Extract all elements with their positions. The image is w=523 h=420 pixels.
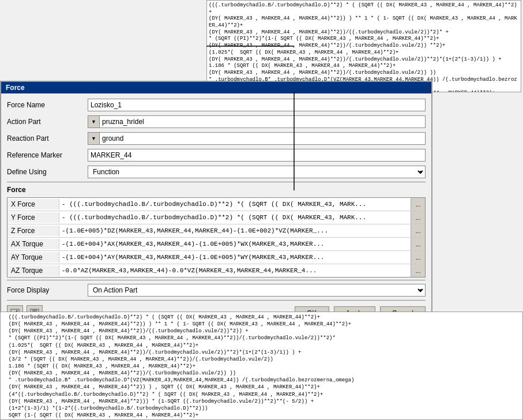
reaction-part-label: Reaction Part [7, 134, 88, 142]
ay-torque-edit-btn[interactable]: ... [411, 251, 425, 264]
z-force-edit-btn[interactable]: ... [411, 224, 425, 237]
dialog-title-text: Force [6, 84, 25, 92]
reaction-part-input[interactable] [99, 132, 426, 145]
ax-torque-label: AX Torque [7, 239, 59, 249]
az-torque-row: AZ Torque -0.0*AZ(MARKER_43,MARKER_44)-0… [7, 264, 425, 277]
define-using-label: Define Using [7, 168, 88, 176]
reference-marker-row: Reference Marker [7, 148, 426, 162]
force-display-select[interactable]: On Action Part On Reaction Part None [88, 284, 426, 297]
action-part-input[interactable] [99, 115, 426, 128]
az-torque-edit-btn[interactable]: ... [411, 264, 425, 277]
force-fields-table: X Force - (((.turbodmychadlo.B/.turbodmy… [7, 197, 426, 278]
y-force-edit-btn[interactable]: ... [411, 211, 425, 224]
action-part-row: Action Part ▼ [7, 115, 426, 129]
force-name-input[interactable] [88, 99, 426, 111]
x-force-value: - (((.turbodmychadlo.B/.turbodmychadlo.D… [59, 200, 411, 209]
define-using-select[interactable]: Function Spline User Subroutine [88, 166, 426, 178]
reaction-part-container: ▼ [88, 132, 426, 145]
force-display-divider [7, 280, 426, 280]
force-section-label: Force [7, 186, 26, 194]
force-name-label: Force Name [7, 101, 88, 109]
z-force-label: Z Force [7, 226, 59, 236]
reaction-part-row: Reaction Part ▼ [7, 132, 426, 145]
dialog-title: Force [1, 82, 431, 93]
force-dialog: Force Force Name Action Part ▼ Reaction … [0, 81, 432, 329]
ax-torque-value: -(1.0E+004)*AX(MARKER_43,MARKER_44)-(1.0… [59, 239, 411, 249]
x-force-label: X Force [7, 199, 59, 209]
force-name-row: Force Name [7, 98, 426, 112]
az-torque-value: -0.0*AZ(MARKER_43,MARKER_44)-0.0*VZ(MARK… [59, 266, 411, 275]
ay-torque-label: AY Torque [7, 252, 59, 262]
formula-box-bottom: (((.turbodmychadlo.B/.turbodmychadlo.D)*… [0, 312, 523, 420]
az-torque-label: AZ Torque [7, 265, 59, 276]
reference-marker-input[interactable] [88, 149, 426, 162]
define-using-row: Define Using Function Spline User Subrou… [7, 165, 426, 179]
x-force-edit-btn[interactable]: ... [411, 198, 425, 211]
x-force-row: X Force - (((.turbodmychadlo.B/.turbodmy… [7, 198, 425, 211]
z-force-row: Z Force -(1.0E+005)*DZ(MARKER_43,MARKER_… [7, 224, 425, 238]
y-force-row: Y Force - (((.turbodmychadlo.B/.turbodmy… [7, 211, 425, 224]
z-force-value: -(1.0E+005)*DZ(MARKER_43,MARKER_44,MARKE… [59, 226, 411, 235]
action-part-arrow-btn[interactable]: ▼ [88, 115, 99, 128]
section-divider [7, 182, 426, 182]
reference-marker-label: Reference Marker [7, 151, 88, 159]
force-section-header: Force [7, 185, 426, 195]
y-force-value: - (((.turbodmychadlo.B/.turbodmychadlo.D… [59, 213, 411, 222]
force-display-label: Force Display [7, 286, 88, 294]
y-force-label: Y Force [7, 212, 59, 223]
action-part-label: Action Part [7, 118, 88, 126]
ax-torque-edit-btn[interactable]: ... [411, 238, 425, 250]
action-part-container: ▼ [88, 115, 426, 128]
bottom-divider [7, 300, 426, 301]
dialog-content: Force Name Action Part ▼ Reaction Part ▼… [1, 93, 431, 328]
formula-box-top: (((.turbodmychadlo.B/.turbodmychadlo.D)*… [206, 0, 521, 92]
ay-torque-row: AY Torque -(1.0E+004)*AY(MARKER_43,MARKE… [7, 251, 425, 264]
define-using-wrapper: Function Spline User Subroutine [88, 166, 426, 178]
force-display-wrapper: On Action Part On Reaction Part None [88, 284, 426, 297]
reaction-part-arrow-btn[interactable]: ▼ [88, 132, 99, 145]
ax-torque-row: AX Torque -(1.0E+004)*AX(MARKER_43,MARKE… [7, 238, 425, 251]
ay-torque-value: -(1.0E+004)*AY(MARKER_43,MARKER_44)-(1.0… [59, 253, 411, 262]
force-display-row: Force Display On Action Part On Reaction… [7, 284, 426, 297]
